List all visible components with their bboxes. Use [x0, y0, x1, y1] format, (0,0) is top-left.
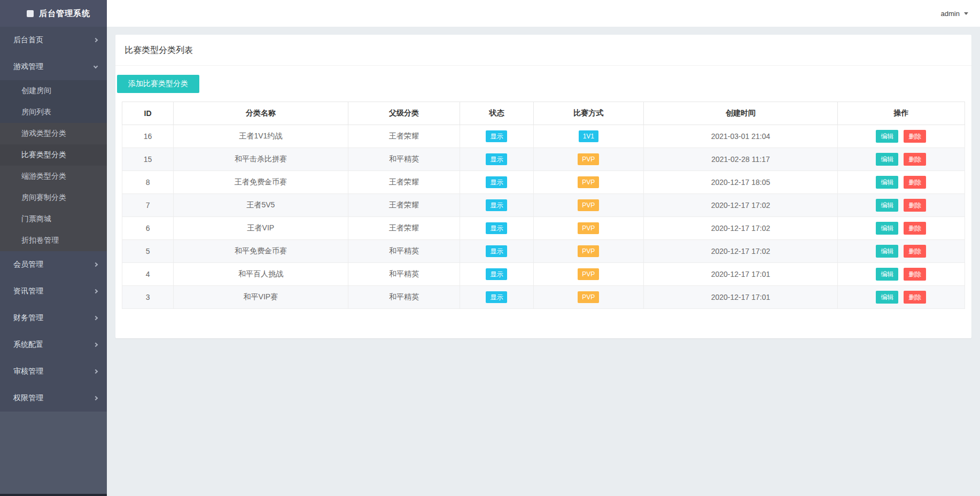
sidebar-item-ticket-mall[interactable]: 门票商城 [0, 208, 107, 230]
cell-parent: 和平精英 [348, 286, 460, 309]
sidebar-item-permission-management[interactable]: 权限管理 [0, 385, 107, 412]
cell-actions: 编辑 删除 [837, 125, 965, 148]
sidebar-item-label: 比赛类型分类 [21, 150, 66, 160]
mode-badge: PVP [578, 176, 599, 188]
user-menu[interactable]: admin [941, 10, 968, 18]
cell-actions: 编辑 删除 [837, 171, 965, 194]
status-badge: 显示 [486, 176, 507, 188]
sidebar-item-label: 审核管理 [13, 367, 43, 376]
card-body: 添加比赛类型分类 ID 分类名称 父级分类 状态 [115, 66, 971, 318]
cell-id: 15 [122, 148, 174, 171]
mode-badge: PVP [578, 291, 599, 303]
edit-button[interactable]: 编辑 [876, 291, 898, 304]
chevron-right-icon [94, 262, 98, 267]
status-badge: 显示 [486, 153, 507, 165]
table-row: 3 和平VIP赛 和平精英 显示 PVP 2020-12-17 17:01 编辑… [122, 286, 965, 309]
column-header-actions: 操作 [837, 102, 965, 125]
cell-created: 2020-12-17 17:02 [644, 240, 838, 263]
edit-button[interactable]: 编辑 [876, 130, 898, 143]
cell-created: 2020-12-17 17:02 [644, 217, 838, 240]
mode-badge: 1V1 [579, 130, 598, 142]
table-header-row: ID 分类名称 父级分类 状态 比赛方式 创建时间 操作 [122, 102, 965, 125]
list-card: 比赛类型分类列表 添加比赛类型分类 ID 分类名称 父级分类 [115, 35, 971, 338]
cell-status: 显示 [460, 286, 533, 309]
sidebar-item-finance-management[interactable]: 财务管理 [0, 305, 107, 331]
cell-created: 2021-03-01 21:04 [644, 125, 838, 148]
sidebar-item-room-list[interactable]: 房间列表 [0, 102, 107, 123]
table-row: 7 王者5V5 王者荣耀 显示 PVP 2020-12-17 17:02 编辑 … [122, 194, 965, 217]
edit-button[interactable]: 编辑 [876, 176, 898, 189]
chevron-right-icon [94, 343, 98, 347]
sidebar-item-client-game-category[interactable]: 端游类型分类 [0, 166, 107, 187]
brand-header: 后台管理系统 [0, 0, 107, 27]
cell-parent: 和平精英 [348, 148, 460, 171]
sidebar-item-label: 资讯管理 [13, 286, 43, 296]
edit-button[interactable]: 编辑 [876, 222, 898, 235]
cell-status: 显示 [460, 125, 533, 148]
chevron-right-icon [94, 369, 98, 374]
sidebar-item-discount-coupon[interactable]: 折扣卷管理 [0, 230, 107, 251]
table-row: 4 和平百人挑战 和平精英 显示 PVP 2020-12-17 17:01 编辑… [122, 263, 965, 286]
cell-status: 显示 [460, 217, 533, 240]
cell-actions: 编辑 删除 [837, 286, 965, 309]
content: 比赛类型分类列表 添加比赛类型分类 ID 分类名称 父级分类 [107, 27, 980, 496]
table-row: 15 和平击杀比拼赛 和平精英 显示 PVP 2021-02-28 11:17 … [122, 148, 965, 171]
sidebar: 后台管理系统 后台首页 游戏管理 创建房间 房间列表 游戏类型分类 比赛类型分类… [0, 0, 107, 496]
sidebar-item-system-config[interactable]: 系统配置 [0, 331, 107, 358]
delete-button[interactable]: 删除 [904, 268, 926, 281]
sidebar-item-audit-management[interactable]: 审核管理 [0, 358, 107, 385]
delete-button[interactable]: 删除 [904, 176, 926, 189]
cell-parent: 和平精英 [348, 263, 460, 286]
cell-mode: PVP [533, 263, 644, 286]
cell-name: 和平百人挑战 [174, 263, 348, 286]
column-header-parent: 父级分类 [348, 102, 460, 125]
cell-name: 王者5V5 [174, 194, 348, 217]
sidebar-item-news-management[interactable]: 资讯管理 [0, 278, 107, 305]
sidebar-item-home[interactable]: 后台首页 [0, 27, 107, 53]
match-category-table: ID 分类名称 父级分类 状态 比赛方式 创建时间 操作 16 [122, 102, 965, 309]
sidebar-item-create-room[interactable]: 创建房间 [0, 80, 107, 102]
sidebar-bottom-strip [0, 494, 107, 496]
delete-button[interactable]: 删除 [904, 199, 926, 212]
cell-parent: 王者荣耀 [348, 125, 460, 148]
delete-button[interactable]: 删除 [904, 130, 926, 143]
delete-button[interactable]: 删除 [904, 245, 926, 258]
admin-app: 后台管理系统 后台首页 游戏管理 创建房间 房间列表 游戏类型分类 比赛类型分类… [0, 0, 980, 496]
cell-id: 4 [122, 263, 174, 286]
mode-badge: PVP [578, 268, 599, 280]
sidebar-item-game-management[interactable]: 游戏管理 [0, 53, 107, 80]
username: admin [941, 10, 960, 18]
column-header-created: 创建时间 [644, 102, 838, 125]
sidebar-item-room-format-category[interactable]: 房间赛制分类 [0, 187, 107, 208]
delete-button[interactable]: 删除 [904, 291, 926, 304]
cell-mode: 1V1 [533, 125, 644, 148]
sidebar-item-match-type-category[interactable]: 比赛类型分类 [0, 144, 107, 166]
topbar: admin [107, 0, 980, 27]
edit-button[interactable]: 编辑 [876, 245, 898, 258]
logo-icon [27, 10, 34, 17]
chevron-right-icon [94, 396, 98, 400]
cell-mode: PVP [533, 240, 644, 263]
delete-button[interactable]: 删除 [904, 153, 926, 166]
cell-id: 3 [122, 286, 174, 309]
cell-status: 显示 [460, 240, 533, 263]
add-category-button[interactable]: 添加比赛类型分类 [117, 75, 199, 93]
sidebar-item-member-management[interactable]: 会员管理 [0, 251, 107, 278]
cell-status: 显示 [460, 263, 533, 286]
sidebar-item-label: 权限管理 [13, 393, 43, 403]
cell-status: 显示 [460, 148, 533, 171]
sidebar-item-label: 后台首页 [13, 35, 43, 45]
chevron-right-icon [94, 289, 98, 293]
sidebar-item-game-type-category[interactable]: 游戏类型分类 [0, 123, 107, 144]
edit-button[interactable]: 编辑 [876, 153, 898, 166]
cell-id: 6 [122, 217, 174, 240]
brand-title: 后台管理系统 [39, 9, 90, 19]
edit-button[interactable]: 编辑 [876, 268, 898, 281]
cell-mode: PVP [533, 194, 644, 217]
delete-button[interactable]: 删除 [904, 222, 926, 235]
cell-id: 5 [122, 240, 174, 263]
sidebar-item-label: 门票商城 [21, 214, 51, 224]
page-title: 比赛类型分类列表 [115, 35, 971, 66]
edit-button[interactable]: 编辑 [876, 199, 898, 212]
cell-name: 和平击杀比拼赛 [174, 148, 348, 171]
